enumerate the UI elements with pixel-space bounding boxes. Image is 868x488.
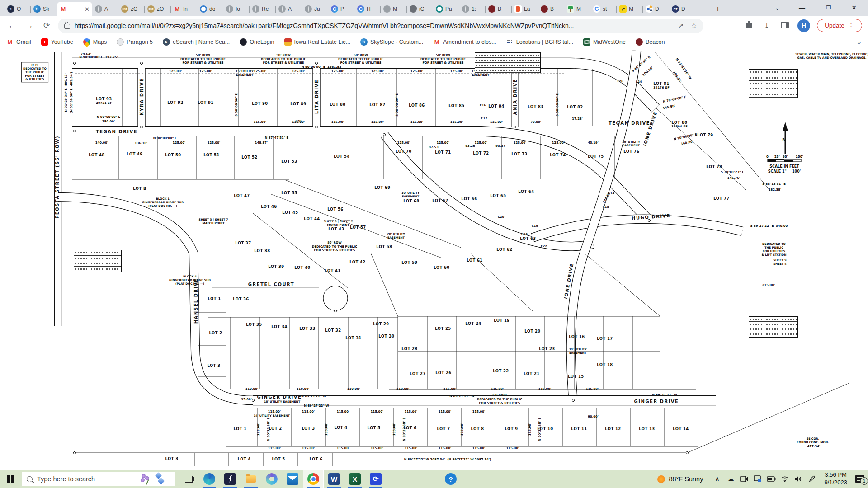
tab[interactable]: Io	[223, 2, 250, 16]
tab[interactable]: ONEzO	[118, 2, 145, 16]
tab[interactable]: B	[486, 2, 512, 16]
taskbar-app-word[interactable]: W	[324, 470, 344, 488]
tab[interactable]: CH	[354, 2, 381, 16]
globe-favicon	[383, 5, 391, 13]
tab[interactable]: 1:	[459, 2, 486, 16]
dimension-label: 115.00'	[490, 120, 503, 124]
bookmark-gmail[interactable]: MGmail	[6, 38, 31, 46]
tab[interactable]: CP	[328, 2, 354, 16]
downloads-icon[interactable]: ⭣	[761, 20, 772, 31]
share-icon[interactable]: ↗	[678, 22, 684, 30]
tab[interactable]: SSk	[31, 2, 57, 16]
lock-icon	[64, 24, 70, 29]
bookmark-skyslope-custom[interactable]: SSkySlope - Custom...	[360, 38, 423, 46]
battery-icon[interactable]	[764, 470, 778, 488]
taskbar-search-input[interactable]: Type here to search	[22, 472, 175, 486]
taskbar-app-help[interactable]: ?	[440, 470, 461, 488]
tab[interactable]: iC	[407, 2, 433, 16]
bookmark-label: Gmail	[16, 39, 31, 45]
tab[interactable]: 1O	[5, 2, 31, 16]
taskbar-app-excel[interactable]: X	[344, 470, 365, 488]
plat-map-viewport[interactable]: TEGAN DRIVETEGAN DRIVEGINGER DRIVEGINGER…	[0, 49, 868, 470]
side-panel-icon[interactable]	[781, 22, 789, 28]
bookmark-star-icon[interactable]: ☆	[691, 22, 697, 30]
dimension-label: 136.10'	[135, 141, 147, 145]
tab-close-icon[interactable]: ✕	[85, 6, 90, 12]
bookmark-youtube[interactable]: YouTube	[41, 38, 73, 46]
taskbar-app-explorer[interactable]	[241, 470, 261, 488]
tab[interactable]: MIn	[171, 2, 197, 16]
palm-favicon	[567, 5, 574, 13]
wifi-icon[interactable]	[778, 470, 792, 488]
bookmark-iowa-real-estate-lic[interactable]: Iowa Real Estate Lic...	[284, 38, 350, 46]
tab-active-gmail[interactable]: M✕	[57, 2, 92, 16]
forward-button[interactable]: →	[24, 20, 35, 32]
action-center-button[interactable]: 1	[852, 470, 868, 488]
bearing-label: S 00°00'00" E	[556, 93, 559, 117]
tab[interactable]: Ju	[302, 2, 328, 16]
taskbar-app-edge[interactable]	[199, 470, 220, 488]
bearing-label: 145.76'	[727, 176, 740, 180]
display-status-icon[interactable]	[751, 470, 764, 488]
taskbar-app-rotate[interactable]: ⟳	[365, 470, 386, 488]
bookmark-esearch-name-sea[interactable]: ➤eSearch | Name Sea...	[163, 38, 230, 46]
start-button[interactable]	[0, 470, 22, 488]
taskbar-clock[interactable]: 3:56 PM 9/1/2023	[824, 471, 847, 487]
taskbar-app-chrome[interactable]	[303, 470, 324, 488]
tab[interactable]: B	[538, 2, 564, 16]
bookmark-amendment-to-clos[interactable]: MAmendment to clos...	[433, 38, 496, 46]
bookmark-beacon[interactable]: Beacon	[636, 38, 665, 46]
bookmark-midwestone[interactable]: MidWestOne	[583, 38, 626, 46]
lot-label: LOT 39	[268, 265, 284, 269]
tab[interactable]: ↗M	[617, 2, 643, 16]
meet-now-icon[interactable]	[737, 470, 751, 488]
row-dedication-note: 50' ROW DEDICATED TO THE PUBLIC FOR STRE…	[420, 53, 466, 65]
back-button[interactable]: ←	[6, 20, 18, 32]
tab[interactable]: A	[92, 2, 118, 16]
dimension-label: 125.00'	[437, 141, 449, 145]
lot-label: LOT 77	[713, 197, 729, 201]
menu-dots-icon[interactable]: ⋮	[848, 22, 854, 29]
taskbar-weather[interactable]: 88°F Sunny	[657, 475, 703, 483]
address-bar[interactable]: https://mail.google.com/mail/u/0/?zx=xg2…	[58, 19, 703, 33]
tab[interactable]: Re	[250, 2, 276, 16]
search-highlight-art[interactable]	[139, 472, 170, 486]
tab[interactable]: D	[643, 2, 669, 16]
window-minimize-button[interactable]: —	[792, 0, 812, 16]
bookmarks-overflow-icon[interactable]: »	[858, 39, 860, 46]
bookmark-maps[interactable]: Maps	[83, 38, 107, 46]
extensions-icon[interactable]	[744, 20, 755, 31]
tab[interactable]: STD	[669, 2, 695, 16]
tab[interactable]: M	[381, 2, 407, 16]
profile-avatar[interactable]: H	[797, 19, 810, 32]
tab[interactable]: M	[564, 2, 590, 16]
hidden-icons-chevron[interactable]: ∧	[710, 470, 724, 488]
bookmark-paragon-5[interactable]: Paragon 5	[117, 38, 153, 46]
lot-label: LOT 50	[165, 153, 181, 158]
stblue-favicon: ST	[672, 5, 679, 13]
tab[interactable]: Pa	[433, 2, 459, 16]
chrome-update-button[interactable]: Update ⋮	[817, 19, 862, 32]
tab-search-chevron-icon[interactable]: ⌄	[767, 0, 788, 16]
taskbar-app-copilot[interactable]	[261, 470, 282, 488]
url-text[interactable]: https://mail.google.com/mail/u/0/?zx=xg2…	[75, 22, 671, 29]
dimension-label: 125.00'	[514, 141, 526, 145]
taskbar-app-mailapp[interactable]	[282, 470, 303, 488]
tab[interactable]: La	[512, 2, 538, 16]
tab[interactable]: ONEzO	[145, 2, 171, 16]
new-tab-button[interactable]: +	[712, 4, 723, 14]
tab[interactable]: A	[276, 2, 302, 16]
tab[interactable]: do	[197, 2, 223, 16]
window-close-button[interactable]: ✕	[844, 0, 864, 16]
bookmark-locations-bgrs-tal[interactable]: Locations | BGRS tal...	[506, 38, 573, 46]
taskbar-app-bolt[interactable]	[220, 470, 241, 488]
pen-icon[interactable]	[805, 470, 819, 488]
reload-button[interactable]: ⟳	[41, 20, 52, 32]
volume-icon[interactable]	[792, 470, 805, 488]
map-note: 19' UTILITY EASEMENT	[622, 140, 640, 147]
task-view-button[interactable]	[178, 470, 199, 488]
window-maximize-button[interactable]: ❐	[818, 0, 839, 16]
tab[interactable]: Gst	[590, 2, 617, 16]
onedrive-cloud-icon[interactable]: ☁	[724, 470, 737, 488]
bookmark-onelogin[interactable]: OneLogin	[240, 38, 274, 46]
